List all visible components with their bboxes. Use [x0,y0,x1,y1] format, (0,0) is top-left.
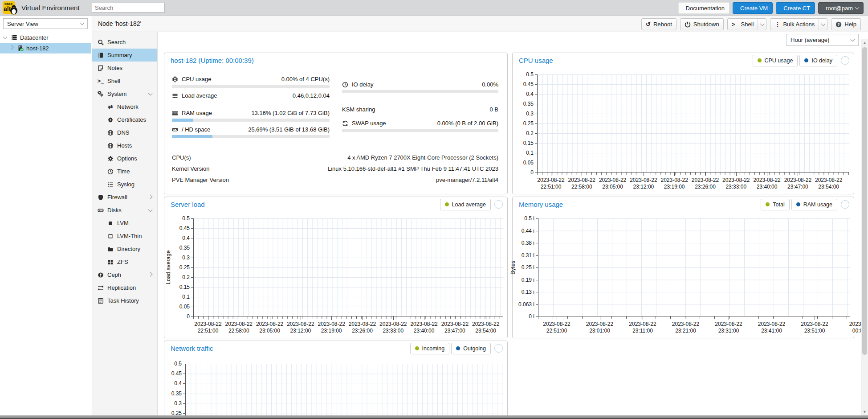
legend-dot [415,346,419,350]
chevron-down-icon[interactable] [148,207,153,212]
stat-value: 13.16% (1.02 GiB of 7.73 GiB) [251,110,330,116]
sidebar-item-search[interactable]: Search [92,36,157,49]
scrollbar-thumb[interactable] [862,47,867,355]
book-icon [97,52,104,58]
shutdown-button[interactable]: Shutdown [680,18,724,30]
legend-outgoing[interactable]: Outgoing [451,343,491,354]
sidebar-item-system[interactable]: System [92,87,157,100]
stat-label: RAM usage [182,110,212,116]
scroll-up-icon[interactable]: ▲ [863,41,867,45]
tree-item-datacenter[interactable]: Datacenter [0,32,91,43]
y-tick-label: 0.3 [170,255,190,261]
memory-usage-chart: 0.5 i0.44 i0.38 i0.31 i0.25 i0.19 i0.13 … [513,212,854,338]
stat-swap-usage: SWAP usage0.00% (0 B of 2.00 GiB) [342,119,498,128]
chart-plot-area [193,218,503,316]
y-tick-label: 0.25 [170,264,190,271]
legend-dot [766,202,770,206]
legend-label: RAM usage [803,201,832,208]
legend-load-average[interactable]: Load average [440,199,491,210]
sidebar-item-firewall[interactable]: Firewall [92,191,157,204]
cpu-chart-title: CPU usage [519,57,553,64]
tree-expander-icon[interactable] [3,35,8,39]
sidebar-item-disks[interactable]: Disks [92,204,157,217]
chevron-right-icon[interactable] [148,272,153,276]
tree-expander-icon[interactable] [9,45,14,50]
sidebar-item-syslog[interactable]: Syslog [92,178,157,191]
view-select[interactable]: Server View [3,18,88,29]
stat-ksm-sharing: KSM sharing0 B [342,105,498,114]
collapse-icon[interactable]: − [841,200,849,209]
legend-label: IO delay [811,58,832,64]
split-chevron-icon[interactable] [819,19,827,30]
panel-summary: host-182 (Uptime: 00:00:39) CPU usage0.0… [164,53,508,194]
sidebar-item-replication[interactable]: Replication [92,281,157,294]
tree-item-host-182[interactable]: host-182 [0,43,91,53]
sidebar-item-summary[interactable]: Summary [92,49,157,62]
documentation-button[interactable]: Documentation [678,2,729,14]
bars-icon [172,93,179,99]
sidebar-item-task-history[interactable]: Task History [92,294,157,307]
y-tick-label: 0.45 [163,370,182,377]
legend-total[interactable]: Total [761,199,789,210]
sidebar-item-time[interactable]: Time [92,165,157,178]
legend-dot [456,346,460,350]
sidebar-item-notes[interactable]: Notes [92,62,157,74]
server-load-chart: 0.50.450.40.350.30.250.20.150.10.050Load… [164,212,507,338]
collapse-icon[interactable]: − [841,56,849,65]
y-tick-label: 0.15 [512,140,534,146]
shell-button[interactable]: >_Shell [727,18,767,30]
sidebar-item-label: Notes [107,65,122,71]
vertical-scrollbar[interactable]: ▲ ▼ [861,39,868,415]
y-tick-label: 0.2 [170,274,190,280]
y-tick-label: 0.3 [512,111,534,117]
sidebar-item-dns[interactable]: DNS [92,126,157,139]
info-value: 4 x AMD Ryzen 7 2700X Eight-Core Process… [347,154,498,161]
chevron-down-icon[interactable] [148,91,153,95]
shield-icon [97,194,104,201]
split-chevron-icon[interactable] [758,19,766,30]
legend-cpu-usage[interactable]: CPU usage [753,55,798,66]
legend-incoming[interactable]: Incoming [410,343,450,354]
chevron-down-icon [851,37,855,41]
legend-ram-usage[interactable]: RAM usage [791,199,837,210]
y-tick-label: 0.063 i [512,301,534,308]
reboot-button[interactable]: ↺Reboot [641,18,676,30]
summary-title: host-182 (Uptime: 00:00:39) [171,57,254,64]
sidebar-item-options[interactable]: Options [92,152,157,165]
global-search-input[interactable] [92,3,165,12]
create-vm-label: Create VM [740,5,768,12]
scroll-down-icon[interactable]: ▼ [863,410,867,414]
stat-cpu-usage: CPU usage0.00% of 4 CPU(s) [172,74,330,84]
info-kernel-version: Kernel VersionLinux 5.10.166-std-def-alt… [172,163,498,174]
panel-cpu-usage: CPU usage CPU usageIO delay − 0.50.450.4… [512,53,854,194]
chevron-down-icon [855,5,860,10]
sidebar-item-certificates[interactable]: Certificates [92,113,157,126]
stat-value: 0.00% (0 B of 2.00 GiB) [437,120,498,127]
create-ct-button[interactable]: Create CT [776,2,815,14]
clock-icon [342,82,350,88]
collapse-icon[interactable]: − [494,200,503,209]
time-range-select[interactable]: Hour (average) [786,34,859,46]
sidebar-item-lvm-thin[interactable]: LVM-Thin [92,230,157,242]
sidebar-item-network[interactable]: ⇄Network [92,100,157,113]
y-tick-label: 0.35 [170,245,190,251]
create-vm-button[interactable]: Create VM [733,2,773,14]
sidebar-item-ceph[interactable]: Ceph [92,268,157,281]
user-menu-button[interactable]: root@pam [818,2,864,14]
ceph-icon [97,272,104,278]
info-cpu-s-: CPU(s)4 x AMD Ryzen 7 2700X Eight-Core P… [172,152,498,163]
sidebar-item-directory[interactable]: Directory [92,242,157,255]
progress-bar [342,90,498,93]
y-tick-label: 0.05 [170,304,190,310]
sidebar-item-shell[interactable]: >_Shell [92,74,157,87]
sidebar-item-zfs[interactable]: ZFS [92,255,157,268]
legend-io-delay[interactable]: IO delay [799,55,837,66]
progress-bar [172,85,330,88]
bulk-actions-button[interactable]: ⋮Bulk Actions [770,18,827,30]
sidebar-item-lvm[interactable]: LVM [92,217,157,230]
help-button[interactable]: ?Help [831,18,861,30]
chevron-right-icon[interactable] [148,194,153,199]
network-traffic-chart: 0.50.450.40.350.30.250.20.150.10.050 [164,356,507,415]
collapse-icon[interactable]: − [494,344,503,353]
sidebar-item-hosts[interactable]: Hosts [92,139,157,152]
